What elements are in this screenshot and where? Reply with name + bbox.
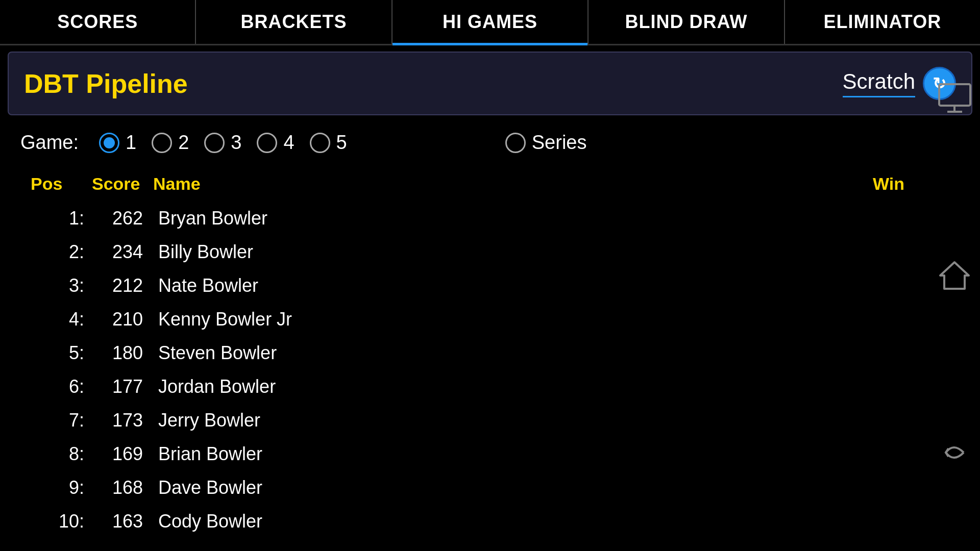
game-3-label: 3 [231, 132, 241, 154]
pos-cell: 3: [31, 275, 92, 296]
game-5-label: 5 [336, 132, 347, 154]
game-3-option[interactable]: 3 [204, 132, 241, 154]
score-cell: 163 [92, 511, 153, 532]
col-name: Name [153, 174, 873, 194]
table-row: 9: 168 Dave Bowler [31, 471, 949, 505]
home-icon-button[interactable] [937, 258, 972, 293]
name-cell: Jerry Bowler [153, 410, 873, 431]
table-row: 3: 212 Nate Bowler [31, 269, 949, 303]
leaderboard: Pos Score Name Win 1: 262 Bryan Bowler 2… [0, 164, 980, 543]
game-4-label: 4 [283, 132, 294, 154]
name-cell: Steven Bowler [153, 342, 873, 364]
tab-hi-games[interactable]: HI GAMES [393, 0, 589, 44]
tab-blind-draw[interactable]: BLIND DRAW [589, 0, 785, 44]
game-1-radio[interactable] [99, 133, 119, 153]
game-4-radio[interactable] [257, 133, 277, 153]
pos-cell: 5: [31, 342, 92, 364]
score-cell: 234 [92, 241, 153, 263]
svg-rect-0 [939, 84, 970, 106]
series-label: Series [532, 132, 587, 154]
header-box: DBT Pipeline Scratch ↻ [8, 52, 972, 115]
name-cell: Bryan Bowler [153, 208, 873, 229]
table-header: Pos Score Name Win [31, 169, 949, 199]
home-icon [938, 260, 971, 291]
table-row: 1: 262 Bryan Bowler [31, 202, 949, 235]
table-row: 10: 163 Cody Bowler [31, 505, 949, 538]
back-icon-button[interactable] [937, 435, 972, 470]
pos-cell: 4: [31, 309, 92, 330]
game-label: Game: [20, 132, 79, 154]
score-cell: 173 [92, 410, 153, 431]
game-5-option[interactable]: 5 [310, 132, 347, 154]
name-cell: Kenny Bowler Jr [153, 309, 873, 330]
tab-scores[interactable]: SCORES [0, 0, 196, 44]
game-3-radio[interactable] [204, 133, 225, 153]
score-cell: 168 [92, 477, 153, 498]
monitor-icon [938, 83, 971, 114]
scratch-label: Scratch [843, 69, 915, 97]
table-row: 7: 173 Jerry Bowler [31, 404, 949, 437]
col-score: Score [92, 174, 153, 194]
game-4-option[interactable]: 4 [257, 132, 294, 154]
series-option[interactable]: Series [505, 132, 587, 154]
game-1-option[interactable]: 1 [99, 132, 136, 154]
game-selector: Game: 1 2 3 4 5 Series [0, 121, 980, 164]
name-cell: Nate Bowler [153, 275, 873, 296]
table-row: 6: 177 Jordan Bowler [31, 370, 949, 404]
monitor-icon-button[interactable] [937, 81, 972, 116]
table-rows: 1: 262 Bryan Bowler 2: 234 Billy Bowler … [31, 202, 949, 538]
score-cell: 180 [92, 342, 153, 364]
name-cell: Dave Bowler [153, 477, 873, 498]
tab-brackets[interactable]: BRACKETS [196, 0, 392, 44]
table-row: 8: 169 Brian Bowler [31, 437, 949, 471]
pos-cell: 10: [31, 511, 92, 532]
svg-marker-3 [940, 262, 969, 289]
series-radio[interactable] [505, 133, 526, 153]
pos-cell: 1: [31, 208, 92, 229]
col-pos: Pos [31, 174, 92, 194]
score-cell: 210 [92, 309, 153, 330]
game-5-radio[interactable] [310, 133, 330, 153]
game-2-label: 2 [178, 132, 189, 154]
pos-cell: 7: [31, 410, 92, 431]
game-1-label: 1 [126, 132, 136, 154]
score-cell: 212 [92, 275, 153, 296]
pos-cell: 6: [31, 376, 92, 397]
sidebar-icons [929, 0, 980, 551]
game-2-option[interactable]: 2 [152, 132, 189, 154]
game-2-radio[interactable] [152, 133, 172, 153]
name-cell: Brian Bowler [153, 443, 873, 465]
pos-cell: 8: [31, 443, 92, 465]
score-cell: 169 [92, 443, 153, 465]
tournament-title: DBT Pipeline [24, 68, 188, 99]
score-cell: 262 [92, 208, 153, 229]
name-cell: Cody Bowler [153, 511, 873, 532]
score-cell: 177 [92, 376, 153, 397]
table-row: 5: 180 Steven Bowler [31, 336, 949, 370]
name-cell: Jordan Bowler [153, 376, 873, 397]
top-navigation: SCORES BRACKETS HI GAMES BLIND DRAW ELIM… [0, 0, 980, 45]
table-row: 2: 234 Billy Bowler [31, 235, 949, 269]
pos-cell: 2: [31, 241, 92, 263]
pos-cell: 9: [31, 477, 92, 498]
name-cell: Billy Bowler [153, 241, 873, 263]
table-row: 4: 210 Kenny Bowler Jr [31, 303, 949, 336]
back-icon [938, 437, 971, 468]
